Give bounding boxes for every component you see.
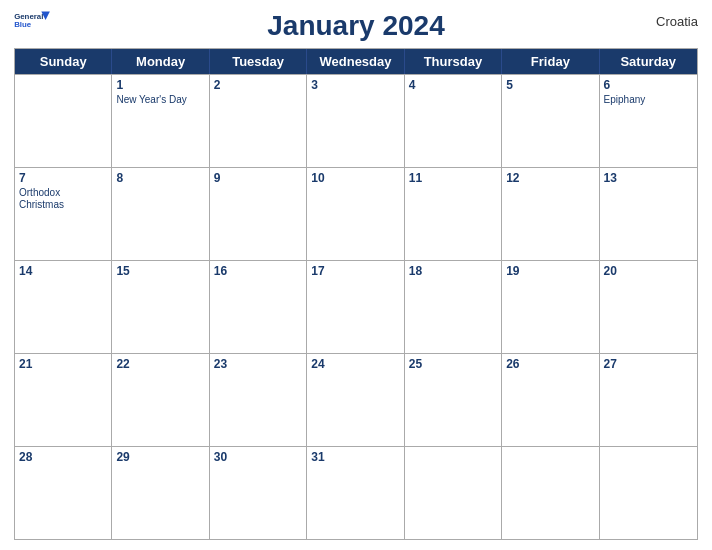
country-label: Croatia	[656, 14, 698, 29]
day-cell: 18	[405, 261, 502, 353]
day-number: 1	[116, 78, 204, 92]
day-header-sunday: Sunday	[15, 49, 112, 74]
day-header-wednesday: Wednesday	[307, 49, 404, 74]
day-number: 21	[19, 357, 107, 371]
day-headers: SundayMondayTuesdayWednesdayThursdayFrid…	[15, 49, 697, 74]
week-row-5: 28293031	[15, 446, 697, 539]
day-number: 15	[116, 264, 204, 278]
day-cell: 30	[210, 447, 307, 539]
day-cell: 11	[405, 168, 502, 260]
day-cell: 21	[15, 354, 112, 446]
day-number: 10	[311, 171, 399, 185]
day-number: 23	[214, 357, 302, 371]
day-cell: 22	[112, 354, 209, 446]
day-number: 31	[311, 450, 399, 464]
day-cell: 28	[15, 447, 112, 539]
day-cell: 9	[210, 168, 307, 260]
day-cell: 15	[112, 261, 209, 353]
day-number: 19	[506, 264, 594, 278]
day-cell	[600, 447, 697, 539]
calendar-title: January 2024	[267, 10, 444, 42]
day-header-monday: Monday	[112, 49, 209, 74]
day-cell: 25	[405, 354, 502, 446]
day-cell: 16	[210, 261, 307, 353]
day-number: 14	[19, 264, 107, 278]
day-number: 12	[506, 171, 594, 185]
event-label: Orthodox Christmas	[19, 187, 107, 211]
day-number: 5	[506, 78, 594, 92]
day-cell: 14	[15, 261, 112, 353]
day-number: 11	[409, 171, 497, 185]
svg-text:Blue: Blue	[14, 20, 32, 29]
day-number: 8	[116, 171, 204, 185]
week-row-1: 1New Year's Day23456Epiphany	[15, 74, 697, 167]
day-number: 27	[604, 357, 693, 371]
day-cell: 13	[600, 168, 697, 260]
day-number: 16	[214, 264, 302, 278]
day-cell: 27	[600, 354, 697, 446]
day-number: 13	[604, 171, 693, 185]
day-number: 18	[409, 264, 497, 278]
day-cell: 8	[112, 168, 209, 260]
day-number: 20	[604, 264, 693, 278]
weeks-container: 1New Year's Day23456Epiphany7Orthodox Ch…	[15, 74, 697, 539]
day-number: 4	[409, 78, 497, 92]
day-cell: 20	[600, 261, 697, 353]
logo-icon: General Blue	[14, 10, 50, 30]
event-label: Epiphany	[604, 94, 693, 106]
day-cell: 2	[210, 75, 307, 167]
day-cell: 23	[210, 354, 307, 446]
day-cell: 29	[112, 447, 209, 539]
day-cell: 19	[502, 261, 599, 353]
day-cell: 17	[307, 261, 404, 353]
day-number: 24	[311, 357, 399, 371]
day-number: 6	[604, 78, 693, 92]
day-number: 30	[214, 450, 302, 464]
day-cell: 12	[502, 168, 599, 260]
day-number: 2	[214, 78, 302, 92]
day-header-tuesday: Tuesday	[210, 49, 307, 74]
day-cell: 26	[502, 354, 599, 446]
calendar-container: General Blue January 2024 Croatia Sunday…	[0, 0, 712, 550]
day-cell: 31	[307, 447, 404, 539]
day-cell: 7Orthodox Christmas	[15, 168, 112, 260]
day-cell: 4	[405, 75, 502, 167]
calendar-header: General Blue January 2024 Croatia	[14, 10, 698, 42]
day-header-saturday: Saturday	[600, 49, 697, 74]
day-cell: 10	[307, 168, 404, 260]
day-number: 9	[214, 171, 302, 185]
day-number: 3	[311, 78, 399, 92]
event-label: New Year's Day	[116, 94, 204, 106]
week-row-2: 7Orthodox Christmas8910111213	[15, 167, 697, 260]
day-number: 25	[409, 357, 497, 371]
week-row-3: 14151617181920	[15, 260, 697, 353]
svg-text:General: General	[14, 12, 43, 21]
day-number: 26	[506, 357, 594, 371]
day-number: 28	[19, 450, 107, 464]
logo-area: General Blue	[14, 10, 50, 30]
day-header-friday: Friday	[502, 49, 599, 74]
day-number: 22	[116, 357, 204, 371]
calendar-grid: SundayMondayTuesdayWednesdayThursdayFrid…	[14, 48, 698, 540]
day-number: 7	[19, 171, 107, 185]
day-cell: 1New Year's Day	[112, 75, 209, 167]
day-cell	[502, 447, 599, 539]
day-cell: 6Epiphany	[600, 75, 697, 167]
day-cell	[405, 447, 502, 539]
day-number: 17	[311, 264, 399, 278]
day-cell: 5	[502, 75, 599, 167]
day-cell: 24	[307, 354, 404, 446]
day-header-thursday: Thursday	[405, 49, 502, 74]
day-number: 29	[116, 450, 204, 464]
week-row-4: 21222324252627	[15, 353, 697, 446]
day-cell	[15, 75, 112, 167]
day-cell: 3	[307, 75, 404, 167]
